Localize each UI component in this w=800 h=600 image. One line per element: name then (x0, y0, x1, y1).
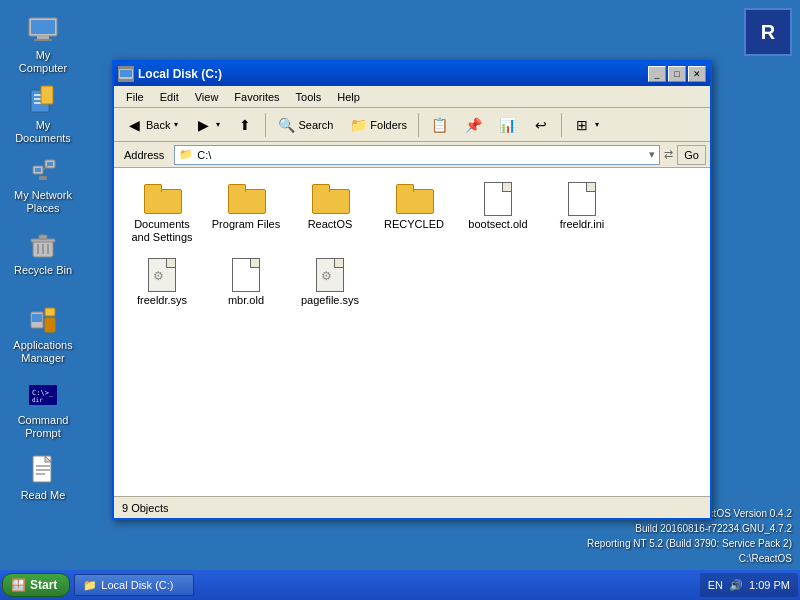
folders-icon: 📁 (349, 116, 367, 134)
forward-button[interactable]: ▶ ▾ (187, 112, 227, 138)
svg-rect-1 (31, 20, 55, 34)
back-label: Back (146, 119, 170, 131)
clock: 1:09 PM (749, 579, 790, 591)
my-computer-icon (27, 14, 59, 46)
properties-button[interactable]: 📊 (491, 112, 523, 138)
file-label: freeldr.sys (137, 294, 187, 307)
file-item-freeldr-ini[interactable]: freeldr.ini (542, 176, 622, 248)
up-icon: ⬆ (236, 116, 254, 134)
taskbar-window-label: Local Disk (C:) (101, 579, 173, 591)
file-label: mbr.old (228, 294, 264, 307)
svg-rect-14 (39, 176, 47, 180)
taskbar: 🪟 Start 📁 Local Disk (C:) EN 🔊 1:09 PM (0, 570, 800, 600)
copy-button[interactable]: 📋 (423, 112, 455, 138)
my-computer-label: My Computer (12, 49, 74, 75)
search-button[interactable]: 🔍 Search (270, 112, 340, 138)
svg-rect-2 (37, 36, 49, 39)
my-documents-icon (27, 84, 59, 116)
desktop-icon-my-documents[interactable]: My Documents (8, 80, 78, 149)
desktop-icon-recycle-bin[interactable]: Recycle Bin (8, 225, 78, 281)
folders-button[interactable]: 📁 Folders (342, 112, 414, 138)
view-button[interactable]: ⊞ ▾ (566, 112, 606, 138)
undo-icon: ↩ (532, 116, 550, 134)
window-titlebar: Local Disk (C:) _ □ ✕ (114, 62, 710, 86)
folder-icon (394, 180, 434, 216)
file-item-mbr-old[interactable]: mbr.old (206, 252, 286, 311)
paste-icon: 📌 (464, 116, 482, 134)
menu-edit[interactable]: Edit (152, 89, 187, 105)
file-item-documents-settings[interactable]: Documents and Settings (122, 176, 202, 248)
svg-rect-34 (120, 70, 132, 77)
forward-arrow-icon: ▾ (216, 120, 220, 129)
file-item-program-files[interactable]: Program Files (206, 176, 286, 248)
view-arrow-icon: ▾ (595, 120, 599, 129)
maximize-button[interactable]: □ (668, 66, 686, 82)
svg-text:dir: dir (32, 396, 43, 403)
file-area: Documents and Settings Program Files Rea… (114, 168, 710, 496)
sys-icon (310, 256, 350, 292)
applications-manager-icon (27, 304, 59, 336)
start-button[interactable]: 🪟 Start (2, 573, 70, 597)
back-arrow-icon: ▾ (174, 120, 178, 129)
up-button[interactable]: ⬆ (229, 112, 261, 138)
folders-label: Folders (370, 119, 407, 131)
file-item-recycled[interactable]: RECYCLED (374, 176, 454, 248)
file-item-bootsect[interactable]: bootsect.old (458, 176, 538, 248)
toolbar-separator-1 (265, 113, 266, 137)
svg-rect-3 (34, 39, 52, 41)
file-item-pagefile-sys[interactable]: pagefile.sys (290, 252, 370, 311)
command-prompt-label: Command Prompt (12, 414, 74, 440)
go-button[interactable]: Go (677, 145, 706, 165)
back-button[interactable]: ◀ Back ▾ (118, 112, 185, 138)
doc-icon (562, 180, 602, 216)
applications-manager-label: Applications Manager (12, 339, 74, 365)
address-folder-icon: 📁 (179, 148, 193, 161)
paste-button[interactable]: 📌 (457, 112, 489, 138)
start-windows-icon: 🪟 (11, 578, 26, 592)
folder-icon (142, 180, 182, 216)
back-icon: ◀ (125, 116, 143, 134)
desktop-icon-command-prompt[interactable]: C:\>_ dir Command Prompt (8, 375, 78, 444)
desktop-icon-my-network-places[interactable]: My Network Places (8, 150, 78, 219)
toolbar: ◀ Back ▾ ▶ ▾ ⬆ 🔍 Search 📁 Folders 📋 📌 📊 (114, 108, 710, 142)
status-bar: 9 Objects (114, 496, 710, 518)
file-label: ReactOS (308, 218, 353, 231)
file-label: bootsect.old (468, 218, 527, 231)
undo-button[interactable]: ↩ (525, 112, 557, 138)
menu-help[interactable]: Help (329, 89, 368, 105)
taskbar-window-task[interactable]: 📁 Local Disk (C:) (74, 574, 194, 596)
menu-tools[interactable]: Tools (288, 89, 330, 105)
my-network-places-icon (27, 154, 59, 186)
minimize-button[interactable]: _ (648, 66, 666, 82)
folder-icon (310, 180, 350, 216)
address-dropdown-icon[interactable]: ▾ (649, 148, 655, 161)
address-arrows-icon: ⇄ (664, 148, 673, 161)
doc-icon (226, 256, 266, 292)
reactos-logo: R (744, 8, 792, 56)
search-icon: 🔍 (277, 116, 295, 134)
svg-rect-23 (45, 308, 55, 316)
menu-favorites[interactable]: Favorites (226, 89, 287, 105)
file-item-freeldr-sys[interactable]: freeldr.sys (122, 252, 202, 311)
file-label: Program Files (212, 218, 280, 231)
svg-rect-10 (35, 168, 41, 172)
svg-rect-17 (39, 235, 47, 239)
my-documents-label: My Documents (12, 119, 74, 145)
desktop-icon-my-computer[interactable]: My Computer (8, 10, 78, 79)
desktop-icon-applications-manager[interactable]: Applications Manager (8, 300, 78, 369)
search-label: Search (298, 119, 333, 131)
toolbar-separator-3 (561, 113, 562, 137)
language-indicator: EN (708, 579, 723, 591)
svg-rect-22 (32, 314, 42, 322)
volume-icon: 🔊 (729, 579, 743, 592)
menu-view[interactable]: View (187, 89, 227, 105)
desktop-icon-read-me[interactable]: Read Me (8, 450, 78, 506)
close-button[interactable]: ✕ (688, 66, 706, 82)
my-network-label: My Network Places (12, 189, 74, 215)
read-me-label: Read Me (21, 489, 66, 502)
file-item-reactos[interactable]: ReactOS (290, 176, 370, 248)
taskbar-window-icon: 📁 (83, 579, 97, 592)
address-value[interactable]: C:\ (197, 149, 645, 161)
menu-file[interactable]: File (118, 89, 152, 105)
file-label: pagefile.sys (301, 294, 359, 307)
